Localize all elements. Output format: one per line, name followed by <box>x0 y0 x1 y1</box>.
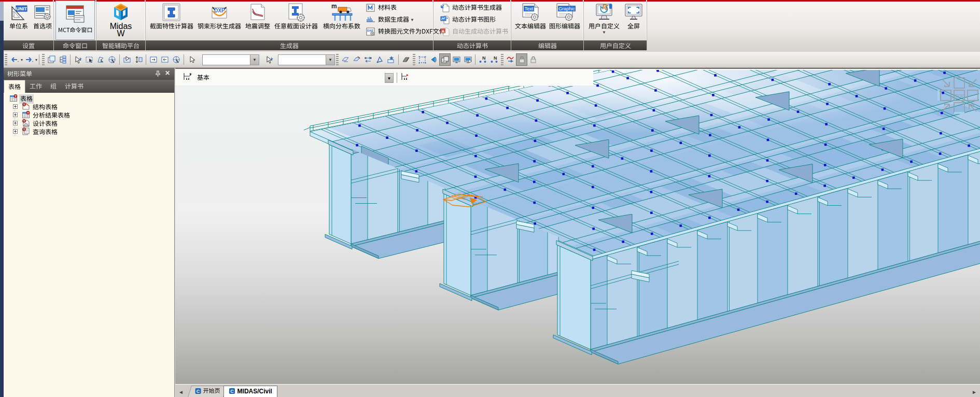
svg-text:T: T <box>27 111 29 115</box>
svg-text:T: T <box>23 120 25 123</box>
svg-text:T: T <box>15 95 17 98</box>
svg-text:N: N <box>482 55 486 61</box>
svg-text:N: N <box>494 55 497 61</box>
svg-text:T: T <box>23 128 25 131</box>
svg-text:Text: Text <box>525 6 534 11</box>
svg-text:C: C <box>231 389 234 394</box>
svg-text:UNIT: UNIT <box>16 6 27 11</box>
svg-text:m: m <box>331 3 337 10</box>
svg-text:DXF: DXF <box>214 8 225 13</box>
svg-text:TOP: TOP <box>955 93 964 98</box>
svg-text:C: C <box>197 389 200 394</box>
svg-text:T: T <box>23 103 25 106</box>
svg-text:A: A <box>442 29 445 33</box>
svg-text:Graphic: Graphic <box>558 6 575 11</box>
